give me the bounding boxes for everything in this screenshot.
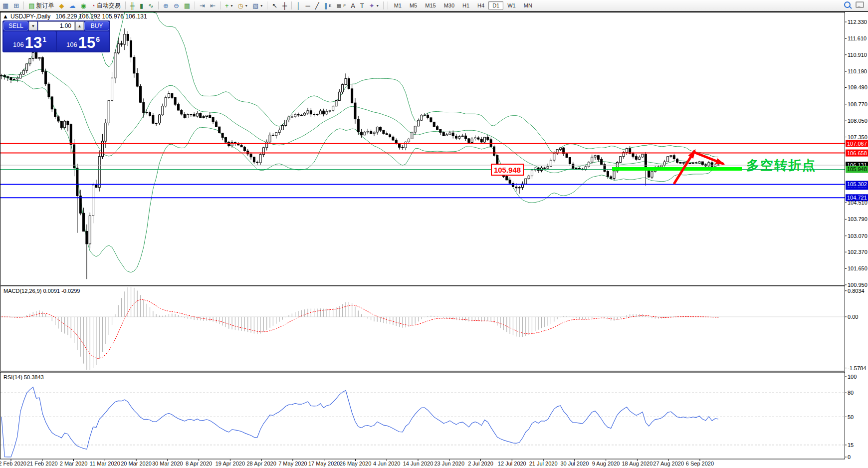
candle-body [253, 157, 255, 162]
date-label: 21 Feb 2020 [27, 461, 58, 467]
indicators-dropdown-icon[interactable]: ▾ [231, 3, 233, 8]
new-order-button[interactable]: ▤新订单 [26, 0, 56, 11]
candle-body [297, 114, 299, 115]
sell-button[interactable]: SELL [3, 21, 28, 30]
candle-body [196, 113, 198, 116]
rsi-tick-label: 50 [848, 414, 854, 420]
indicators-icon[interactable]: +▾ [222, 0, 235, 11]
bar-chart-mode-icon[interactable]: ╫ [128, 0, 137, 11]
templates-dropdown-icon[interactable]: ▾ [260, 3, 262, 8]
candle-body [607, 171, 609, 177]
tile-windows-icon[interactable]: ▦ [182, 0, 193, 11]
auto-scroll-icon[interactable]: ⇥ [197, 0, 208, 11]
candle-body [304, 113, 306, 115]
candle-body [32, 52, 34, 58]
candle-body [203, 117, 205, 118]
price-callout[interactable]: 105.948 [491, 164, 524, 176]
timeframe-mn-button[interactable]: MN [520, 1, 536, 10]
search-icon[interactable] [844, 1, 851, 9]
zoom-out-icon: ⊖ [174, 2, 179, 9]
timeframe-m15-button[interactable]: M15 [421, 1, 439, 10]
vertical-line-icon[interactable]: │ [294, 0, 303, 11]
trendline-icon[interactable]: ╱ [313, 0, 322, 11]
timeframe-w1-button[interactable]: W1 [503, 1, 520, 10]
periods-dropdown-icon[interactable]: ▾ [245, 3, 247, 8]
candle-body [215, 122, 217, 127]
candle-body [146, 112, 148, 113]
candle-body [130, 40, 132, 57]
candlestick-mode-icon[interactable]: ▮ [137, 0, 146, 11]
candle-body [224, 137, 226, 142]
autotrading-label: 自动交易 [97, 1, 121, 10]
candle-body [392, 137, 394, 140]
periods-icon[interactable]: ◷▾ [235, 0, 250, 11]
candle-body [483, 137, 485, 142]
new-chart-icon[interactable]: ▦ [0, 0, 11, 11]
timeframe-h1-button[interactable]: H1 [458, 1, 473, 10]
fibonacci-icon[interactable]: ≣F [334, 0, 348, 11]
timeframe-m30-button[interactable]: M30 [440, 1, 458, 10]
candle-body [591, 157, 593, 162]
bar-chart-mode-icon: ╫ [130, 2, 135, 9]
timeframe-m5-button[interactable]: M5 [406, 1, 421, 10]
timeframe-h4-button[interactable]: H4 [473, 1, 488, 10]
candle-body [572, 164, 574, 169]
candle-body [679, 162, 681, 163]
templates-icon[interactable]: ▧▾ [250, 0, 265, 11]
candle-body [319, 111, 321, 114]
volume-input[interactable]: 1.00 [38, 21, 75, 30]
collapse-arrow-icon[interactable]: ▲ [2, 13, 8, 20]
profiles-icon[interactable]: ⊞ [11, 0, 21, 11]
buy-button[interactable]: BUY [84, 21, 109, 30]
history-center-icon[interactable]: ◆ [57, 0, 67, 11]
community-icon[interactable]: ☁ [67, 0, 78, 11]
sell-price[interactable]: 106 13 1 [3, 31, 56, 51]
line-chart-mode-icon[interactable]: ∿ [146, 0, 156, 11]
zoom-in-icon[interactable]: ⊕ [161, 0, 171, 11]
horizontal-line-icon[interactable]: ─ [303, 0, 312, 11]
axis-tick-label: 111.610 [848, 35, 867, 41]
autotrading-button[interactable]: ◔自动交易 [89, 0, 123, 11]
signals-icon[interactable]: ◉ [78, 0, 89, 11]
crosshair-icon[interactable]: ┼ [280, 0, 289, 11]
cursor-icon[interactable]: ↖ [269, 0, 280, 11]
volume-increase-button[interactable]: ▲ [75, 21, 84, 30]
new-order-icon: ▤ [28, 2, 34, 9]
shapes-icon[interactable]: ✦▾ [367, 0, 381, 11]
text-label-icon[interactable]: T [358, 0, 367, 11]
candle-body [354, 103, 356, 119]
candle-body [642, 154, 644, 157]
annotation-text[interactable]: 多空转折点 [746, 157, 816, 174]
toolbar-separator [195, 1, 195, 9]
candle-body [159, 115, 161, 123]
candle-body [361, 132, 363, 135]
fibonacci-subscript: F [343, 3, 346, 8]
timeframe-d1-button[interactable]: D1 [488, 1, 503, 10]
candle-body [610, 177, 612, 179]
pane-border [0, 286, 845, 371]
chart-surface[interactable]: 105.218107.067106.658106.131105.948105.3… [0, 0, 868, 468]
candle-body [711, 163, 713, 167]
zoom-out-icon[interactable]: ⊖ [171, 0, 182, 11]
candle-body [468, 139, 470, 143]
candle-body [597, 156, 599, 160]
candle-body [10, 77, 12, 79]
volume-decrease-button[interactable]: ▼ [29, 21, 37, 30]
rsi-tick-label: 100 [848, 374, 857, 380]
chat-icon[interactable] [856, 1, 864, 9]
candle-body [22, 70, 24, 74]
timeframe-m1-button[interactable]: M1 [390, 1, 406, 10]
shapes-dropdown-icon[interactable]: ▾ [377, 3, 379, 8]
text-icon[interactable]: A [348, 0, 358, 11]
candle-body [57, 117, 59, 121]
equidistant-channel-icon[interactable]: ∥E [321, 0, 334, 11]
buy-price[interactable]: 106 15 6 [57, 31, 109, 51]
candle-body [376, 127, 378, 132]
sell-price-figure: 106 [13, 41, 24, 48]
date-label: 11 Mar 2020 [90, 461, 120, 467]
candle-body [291, 117, 293, 117]
candle-body [19, 74, 21, 78]
chart-shift-icon[interactable]: ⇤ [208, 0, 218, 11]
candle-body [405, 142, 407, 148]
tile-windows-icon: ▦ [184, 2, 190, 9]
